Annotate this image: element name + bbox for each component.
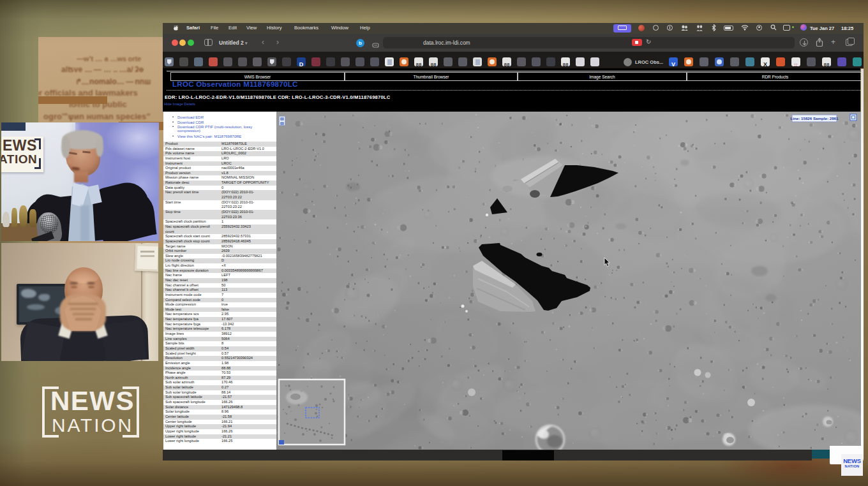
svg-text:Line: 15826 Sample: 2861: Line: 15826 Sample: 2861 [791,116,839,121]
